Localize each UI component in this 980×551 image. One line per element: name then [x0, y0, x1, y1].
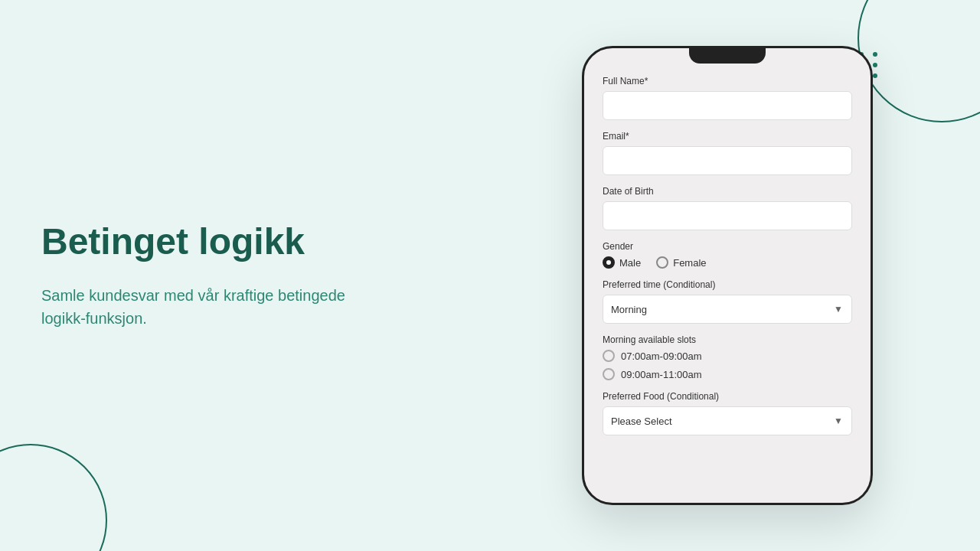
gender-group: Gender Male Female [603, 241, 852, 269]
gender-male-option[interactable]: Male [603, 256, 641, 269]
preferred-food-select[interactable]: Please Select Vegetarian Non-Vegetarian … [603, 406, 852, 435]
deco-circle-bottom-left [0, 444, 107, 551]
subtitle: Samle kundesvar med vår kraftige betinge… [41, 285, 363, 331]
slot-radio-2[interactable] [603, 368, 615, 380]
morning-slots-label: Morning available slots [603, 334, 852, 345]
phone-content: Full Name* Email* Date of Birth Gender M… [584, 64, 871, 503]
slots-list: 07:00am-09:00am 09:00am-11:00am [603, 350, 852, 380]
slot-option-1[interactable]: 07:00am-09:00am [603, 350, 852, 362]
phone-notch [689, 48, 766, 64]
left-panel: Betinget logikk Samle kundesvar med vår … [41, 220, 424, 330]
gender-options: Male Female [603, 256, 852, 269]
preferred-food-label: Preferred Food (Conditional) [603, 391, 852, 402]
gender-female-radio[interactable] [656, 256, 668, 269]
preferred-food-select-wrapper: Please Select Vegetarian Non-Vegetarian … [603, 406, 852, 435]
preferred-time-label: Preferred time (Conditional) [603, 279, 852, 290]
preferred-time-select[interactable]: Morning Afternoon Evening [603, 295, 852, 324]
full-name-group: Full Name* [603, 76, 852, 120]
full-name-input[interactable] [603, 91, 852, 120]
dob-group: Date of Birth [603, 186, 852, 230]
slot-option-2[interactable]: 09:00am-11:00am [603, 368, 852, 380]
morning-slots-group: Morning available slots 07:00am-09:00am … [603, 334, 852, 380]
preferred-food-group: Preferred Food (Conditional) Please Sele… [603, 391, 852, 435]
slot-radio-1[interactable] [603, 350, 615, 362]
dob-label: Date of Birth [603, 186, 852, 197]
email-label: Email* [603, 131, 852, 142]
email-group: Email* [603, 131, 852, 175]
preferred-time-group: Preferred time (Conditional) Morning Aft… [603, 279, 852, 324]
email-input[interactable] [603, 146, 852, 175]
main-title: Betinget logikk [41, 220, 424, 262]
dob-input[interactable] [603, 201, 852, 230]
slot-label-1: 07:00am-09:00am [621, 350, 702, 362]
preferred-time-select-wrapper: Morning Afternoon Evening ▼ [603, 295, 852, 324]
gender-female-option[interactable]: Female [656, 256, 706, 269]
phone-mockup: Full Name* Email* Date of Birth Gender M… [582, 46, 873, 505]
gender-male-label: Male [619, 257, 641, 269]
full-name-label: Full Name* [603, 76, 852, 86]
gender-female-label: Female [673, 257, 706, 269]
gender-label: Gender [603, 241, 852, 252]
gender-male-radio[interactable] [603, 256, 615, 269]
slot-label-2: 09:00am-11:00am [621, 369, 702, 380]
